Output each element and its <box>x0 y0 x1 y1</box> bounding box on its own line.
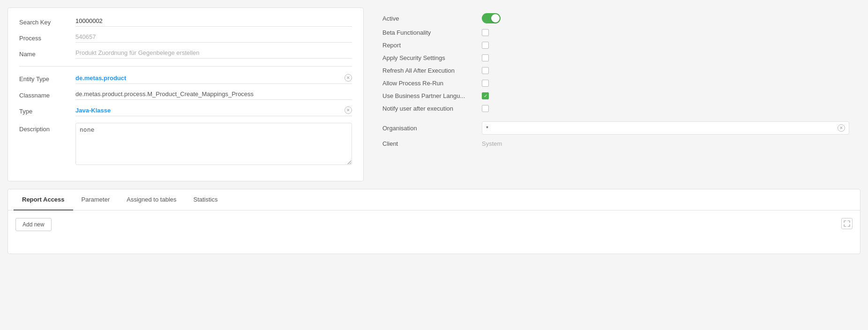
apply-security-settings-label: Apply Security Settings <box>382 54 476 61</box>
client-row: Client System <box>382 140 849 147</box>
refresh-all-label: Refresh All After Execution <box>382 67 476 74</box>
active-label: Active <box>382 15 476 22</box>
tab-assigned-to-tables-label: Assigned to tables <box>127 196 176 203</box>
process-value: 540657 <box>75 33 352 43</box>
use-business-partner-language-label: Use Business Partner Langu... <box>382 92 476 99</box>
tab-content-wrapper: Add new <box>15 218 853 246</box>
apply-security-settings-checkbox[interactable] <box>482 54 489 61</box>
tab-parameter-label: Parameter <box>82 196 110 203</box>
entity-type-clear-icon[interactable]: ✕ <box>344 74 352 82</box>
tabs-bar: Report Access Parameter Assigned to tabl… <box>8 189 860 210</box>
search-key-row: Search Key 10000002 <box>19 17 352 27</box>
classname-wrap: de.metas.product.process.M_Product_Creat… <box>75 90 352 100</box>
add-new-button[interactable]: Add new <box>15 218 52 231</box>
notify-user-checkbox[interactable] <box>482 105 489 112</box>
search-key-label: Search Key <box>19 19 75 26</box>
description-textarea[interactable]: none <box>75 123 352 165</box>
tab-report-access-label: Report Access <box>22 196 65 203</box>
tab-assigned-to-tables[interactable]: Assigned to tables <box>118 189 185 210</box>
type-value: Java-Klasse <box>75 107 111 114</box>
client-value: System <box>482 140 502 147</box>
search-key-value: 10000002 <box>75 17 352 27</box>
organisation-input-wrap: ✕ <box>482 121 849 135</box>
organisation-clear-icon[interactable]: ✕ <box>838 124 845 132</box>
apply-security-settings-row: Apply Security Settings <box>382 54 849 61</box>
type-x-char: ✕ <box>346 108 350 112</box>
divider-1 <box>19 66 352 67</box>
refresh-all-checkbox[interactable] <box>482 67 489 74</box>
organisation-input[interactable] <box>486 125 838 132</box>
org-x-char: ✕ <box>839 126 843 130</box>
process-row: Process 540657 <box>19 33 352 43</box>
name-row: Name Produkt Zuordnung für Gegenbelege e… <box>19 49 352 59</box>
allow-process-rerun-checkbox[interactable] <box>482 80 489 87</box>
active-toggle[interactable] <box>482 13 501 23</box>
entity-type-label: Entity Type <box>19 75 75 82</box>
fullscreen-button[interactable] <box>841 218 853 229</box>
type-row: Type Java-Klasse ✕ <box>19 106 352 116</box>
notify-user-label: Notify user after execution <box>382 105 476 112</box>
report-checkbox[interactable] <box>482 42 489 49</box>
classname-label: Classname <box>19 92 75 99</box>
use-business-partner-language-checkbox[interactable] <box>482 92 489 99</box>
tab-content: Add new <box>8 210 860 254</box>
main-container: Search Key 10000002 Process 540657 Name … <box>0 0 868 262</box>
report-label: Report <box>382 42 476 49</box>
entity-type-value: de.metas.product <box>75 75 126 82</box>
bottom-section: Report Access Parameter Assigned to tabl… <box>7 189 861 254</box>
entity-type-row: Entity Type de.metas.product ✕ <box>19 74 352 84</box>
classname-value: de.metas.product.process.M_Product_Creat… <box>75 90 254 98</box>
tab-parameter[interactable]: Parameter <box>73 189 119 210</box>
use-business-partner-language-row: Use Business Partner Langu... <box>382 92 849 99</box>
organisation-label: Organisation <box>382 125 476 132</box>
left-panel: Search Key 10000002 Process 540657 Name … <box>7 8 364 181</box>
report-row: Report <box>382 42 849 49</box>
refresh-all-row: Refresh All After Execution <box>382 67 849 74</box>
name-value: Produkt Zuordnung für Gegenbelege erstel… <box>75 49 352 59</box>
type-label: Type <box>19 108 75 115</box>
description-row: Description none <box>19 123 352 165</box>
allow-process-rerun-row: Allow Process Re-Run <box>382 80 849 87</box>
top-section: Search Key 10000002 Process 540657 Name … <box>7 8 861 181</box>
active-row: Active <box>382 13 849 23</box>
process-label: Process <box>19 35 75 42</box>
classname-row: Classname de.metas.product.process.M_Pro… <box>19 90 352 100</box>
tab-statistics[interactable]: Statistics <box>185 189 226 210</box>
organisation-row: Organisation ✕ <box>382 121 849 135</box>
name-label: Name <box>19 51 75 58</box>
allow-process-rerun-label: Allow Process Re-Run <box>382 80 476 87</box>
beta-functionality-row: Beta Functionality <box>382 29 849 36</box>
tab-statistics-label: Statistics <box>194 196 218 203</box>
right-panel: Active Beta Functionality Report Apply S… <box>371 8 861 181</box>
entity-type-wrap: de.metas.product ✕ <box>75 74 352 84</box>
client-label: Client <box>382 140 476 147</box>
entity-type-x-char: ✕ <box>346 75 350 80</box>
fullscreen-icon <box>844 220 850 227</box>
tab-report-access[interactable]: Report Access <box>14 189 73 210</box>
beta-functionality-label: Beta Functionality <box>382 29 476 36</box>
description-label: Description <box>19 123 75 133</box>
type-wrap: Java-Klasse ✕ <box>75 106 352 116</box>
notify-user-row: Notify user after execution <box>382 105 849 112</box>
type-clear-icon[interactable]: ✕ <box>344 106 352 114</box>
beta-functionality-checkbox[interactable] <box>482 29 489 36</box>
